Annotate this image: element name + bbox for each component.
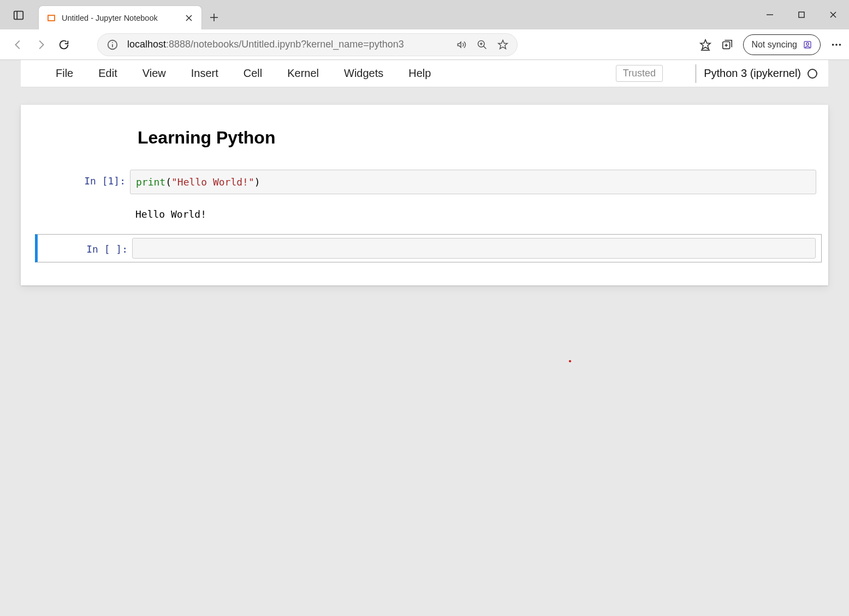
collections-icon[interactable] xyxy=(721,39,733,51)
svg-line-16 xyxy=(484,46,486,49)
kernel-separator xyxy=(696,64,696,83)
code-token-builtin: print xyxy=(136,176,165,188)
tabstrip: Untitled - Jupyter Notebook xyxy=(34,0,226,29)
url-rest: :8888/notebooks/Untitled.ipynb?kernel_na… xyxy=(166,39,404,50)
menu-file[interactable]: File xyxy=(56,67,73,80)
profile-icon xyxy=(803,40,812,50)
address-bar[interactable]: localhost:8888/notebooks/Untitled.ipynb?… xyxy=(97,33,518,56)
code-token-punc: ( xyxy=(165,176,171,188)
cell-input[interactable] xyxy=(132,238,816,259)
site-info-icon[interactable] xyxy=(106,39,118,51)
notebook-container: Learning Python In [1]: print("Hello Wor… xyxy=(21,105,828,285)
read-aloud-icon[interactable] xyxy=(456,39,467,50)
tab-close-icon[interactable] xyxy=(185,14,193,22)
nav-back-button[interactable] xyxy=(7,33,29,56)
menu-edit[interactable]: Edit xyxy=(98,67,117,80)
kernel-status-icon[interactable] xyxy=(808,69,817,79)
sidebar-toggle-icon[interactable] xyxy=(8,4,29,26)
zoom-icon[interactable] xyxy=(477,39,488,50)
svg-marker-19 xyxy=(498,40,508,49)
tab-title: Untitled - Jupyter Notebook xyxy=(62,14,169,22)
code-token-punc: ) xyxy=(254,176,260,188)
cell-output: Hello World! xyxy=(130,205,816,223)
svg-rect-3 xyxy=(49,16,54,20)
cell-prompt: In [ ]: xyxy=(40,238,132,259)
svg-rect-0 xyxy=(14,11,23,20)
more-menu-icon[interactable] xyxy=(830,39,842,51)
nav-forward-button[interactable] xyxy=(29,33,52,56)
nav-refresh-button[interactable] xyxy=(52,33,75,56)
window-controls xyxy=(754,0,849,29)
browser-tab[interactable]: Untitled - Jupyter Notebook xyxy=(38,5,202,29)
svg-point-26 xyxy=(806,43,809,45)
url-host: localhost xyxy=(127,39,166,50)
markdown-heading[interactable]: Learning Python xyxy=(138,128,822,148)
svg-point-27 xyxy=(832,44,834,46)
svg-rect-9 xyxy=(799,12,804,17)
menu-insert[interactable]: Insert xyxy=(191,67,218,80)
favorite-add-icon[interactable] xyxy=(497,39,508,50)
trusted-indicator[interactable]: Trusted xyxy=(616,65,663,82)
new-tab-button[interactable] xyxy=(202,5,226,29)
menu-view[interactable]: View xyxy=(143,67,166,80)
menu-kernel[interactable]: Kernel xyxy=(287,67,319,80)
cell-output-row: Out[ ]: Hello World! xyxy=(38,202,822,226)
decorative-dot xyxy=(569,360,571,362)
jupyter-menubar: File Edit View Insert Cell Kernel Widget… xyxy=(21,60,828,87)
svg-point-28 xyxy=(835,44,838,46)
menu-widgets[interactable]: Widgets xyxy=(344,67,383,80)
svg-point-29 xyxy=(839,44,841,46)
code-cell[interactable]: In [1]: print("Hello World!") xyxy=(38,166,822,198)
browser-titlebar: Untitled - Jupyter Notebook xyxy=(0,0,849,29)
output-prompt-spacer: Out[ ]: xyxy=(38,205,130,223)
window-maximize-icon[interactable] xyxy=(786,0,817,29)
sync-status-pill[interactable]: Not syncing xyxy=(743,34,821,55)
code-token-string: "Hello World!" xyxy=(171,176,254,188)
url-text: localhost:8888/notebooks/Untitled.ipynb?… xyxy=(127,39,404,50)
window-minimize-icon[interactable] xyxy=(754,0,786,29)
kernel-name[interactable]: Python 3 (ipykernel) xyxy=(704,67,801,80)
jupyter-favicon-icon xyxy=(46,13,56,23)
browser-toolbar: localhost:8888/notebooks/Untitled.ipynb?… xyxy=(0,29,849,60)
favorites-icon[interactable] xyxy=(699,39,711,51)
page-content: File Edit View Insert Cell Kernel Widget… xyxy=(0,60,849,616)
code-cell[interactable]: In [ ]: xyxy=(35,234,822,262)
cell-prompt: In [1]: xyxy=(38,170,130,194)
svg-point-14 xyxy=(112,41,113,43)
sync-status-label: Not syncing xyxy=(751,40,797,50)
cell-input[interactable]: print("Hello World!") xyxy=(130,170,816,194)
menu-cell[interactable]: Cell xyxy=(244,67,262,80)
window-close-icon[interactable] xyxy=(817,0,849,29)
svg-marker-20 xyxy=(700,39,710,49)
menu-help[interactable]: Help xyxy=(408,67,431,80)
